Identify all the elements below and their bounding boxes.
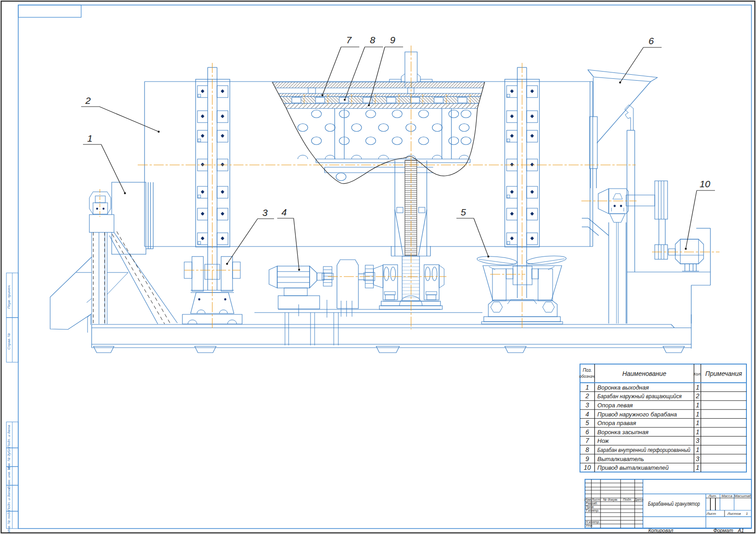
- svg-text:4: 4: [585, 411, 589, 418]
- svg-text:10: 10: [584, 464, 591, 471]
- svg-text:Лит.: Лит.: [708, 494, 717, 498]
- svg-text:1: 1: [746, 512, 748, 516]
- svg-text:1: 1: [696, 446, 699, 453]
- svg-text:Лист: Лист: [706, 512, 716, 516]
- svg-text:Воронка выходная: Воронка выходная: [597, 384, 649, 391]
- svg-text:обознач.: обознач.: [579, 374, 595, 379]
- svg-text:2: 2: [85, 95, 91, 106]
- svg-text:Т.контр.: Т.контр.: [585, 508, 599, 513]
- svg-text:Кол.: Кол.: [694, 372, 702, 376]
- svg-text:Перв. примен.: Перв. примен.: [7, 284, 11, 308]
- svg-text:1: 1: [696, 401, 699, 409]
- svg-text:8: 8: [585, 446, 589, 453]
- svg-text:2: 2: [585, 392, 589, 400]
- svg-text:7: 7: [585, 437, 590, 444]
- svg-text:Формат: Формат: [713, 528, 733, 533]
- svg-text:Подп.: Подп.: [623, 498, 632, 502]
- svg-text:3: 3: [696, 437, 699, 444]
- svg-text:Утв.: Утв.: [585, 524, 593, 528]
- svg-text:1: 1: [696, 464, 699, 471]
- svg-text:1: 1: [585, 384, 589, 391]
- svg-text:№ докум.: № докум.: [603, 498, 618, 502]
- svg-text:Выталкиватель: Выталкиватель: [597, 456, 644, 462]
- svg-text:Справ. №: Справ. №: [7, 333, 11, 349]
- svg-text:9: 9: [390, 35, 395, 45]
- svg-text:Масса: Масса: [721, 494, 732, 498]
- svg-text:Опора левая: Опора левая: [597, 402, 633, 409]
- svg-text:Листов: Листов: [727, 512, 740, 516]
- svg-text:Барабан внутренний перфорирова: Барабан внутренний перфорированный: [597, 447, 690, 453]
- svg-text:1: 1: [696, 384, 699, 391]
- svg-text:А1: А1: [737, 528, 744, 533]
- svg-text:Барабанный гранулятор: Барабанный гранулятор: [648, 500, 700, 507]
- svg-text:Нож: Нож: [597, 437, 609, 444]
- svg-text:Привод наружного барабана: Привод наружного барабана: [597, 411, 677, 418]
- svg-text:Наименование: Наименование: [622, 370, 667, 377]
- svg-text:5: 5: [461, 207, 466, 217]
- svg-text:9: 9: [585, 455, 589, 462]
- svg-text:6: 6: [648, 36, 654, 46]
- svg-text:Барабан наружный вращающийся: Барабан наружный вращающийся: [597, 393, 682, 400]
- svg-text:Поз.: Поз.: [583, 368, 592, 373]
- svg-text:2: 2: [695, 392, 699, 400]
- svg-text:4: 4: [281, 207, 287, 217]
- svg-text:Масштаб: Масштаб: [734, 494, 751, 498]
- svg-text:Опора правая: Опора правая: [597, 420, 636, 426]
- svg-text:3: 3: [585, 401, 589, 409]
- svg-text:7: 7: [346, 35, 352, 45]
- svg-text:6: 6: [585, 428, 589, 436]
- svg-text:Воронка засыпная: Воронка засыпная: [597, 429, 648, 436]
- svg-text:1: 1: [87, 133, 93, 144]
- svg-text:5: 5: [585, 419, 589, 426]
- svg-text:1: 1: [696, 428, 699, 436]
- svg-text:Копировал: Копировал: [648, 528, 673, 533]
- svg-text:Привод выталкивателей: Привод выталкивателей: [597, 464, 668, 471]
- svg-text:1: 1: [696, 411, 699, 418]
- svg-text:3: 3: [262, 207, 268, 218]
- svg-text:Примечания: Примечания: [705, 370, 742, 377]
- svg-text:10: 10: [699, 179, 710, 189]
- svg-text:Инв. № подл.: Инв. № подл.: [7, 510, 11, 533]
- svg-text:3: 3: [696, 455, 699, 462]
- svg-text:Подп. и дата: Подп. и дата: [7, 488, 11, 511]
- svg-text:1: 1: [696, 419, 699, 426]
- svg-text:Дата: Дата: [634, 498, 643, 502]
- svg-text:8: 8: [370, 35, 375, 45]
- svg-text:Подп. и дата: Подп. и дата: [7, 425, 11, 448]
